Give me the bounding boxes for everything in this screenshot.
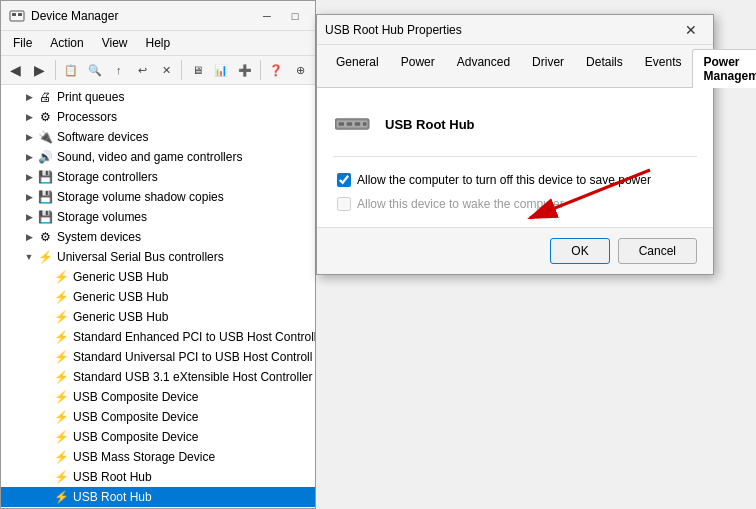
tree-item-print[interactable]: ▶ 🖨 Print queues xyxy=(1,87,315,107)
dm-titlebar: Device Manager ─ □ xyxy=(1,1,315,31)
storagectl-icon: 💾 xyxy=(37,169,53,185)
tree-item-usb9[interactable]: ▶ ⚡ USB Composite Device xyxy=(1,427,315,447)
tab-details[interactable]: Details xyxy=(575,49,634,88)
allow-wake-checkbox[interactable] xyxy=(337,197,351,211)
tree-item-usb5[interactable]: ▶ ⚡ Standard Universal PCI to USB Host C… xyxy=(1,347,315,367)
usb7-icon: ⚡ xyxy=(53,389,69,405)
expander-proc: ▶ xyxy=(21,109,37,125)
label-usb2: Generic USB Hub xyxy=(73,290,168,304)
expander-storagectl: ▶ xyxy=(21,169,37,185)
dm-menubar: File Action View Help xyxy=(1,31,315,56)
dm-maximize-button[interactable]: □ xyxy=(283,7,307,25)
sysdev-icon: ⚙ xyxy=(37,229,53,245)
print-icon: 🖨 xyxy=(37,89,53,105)
toolbar-scan[interactable]: 🔍 xyxy=(84,59,106,81)
dm-minimize-button[interactable]: ─ xyxy=(255,7,279,25)
tree-item-usb10[interactable]: ▶ ⚡ USB Mass Storage Device xyxy=(1,447,315,467)
usbctl-icon: ⚡ xyxy=(37,249,53,265)
allow-off-row: Allow the computer to turn off this devi… xyxy=(337,173,697,187)
tab-power-management[interactable]: Power Management xyxy=(692,49,756,88)
menu-action[interactable]: Action xyxy=(42,33,91,53)
dialog-content: USB Root Hub Allow the computer to turn … xyxy=(317,88,713,227)
dm-tree: ▶ 🖨 Print queues ▶ ⚙ Processors ▶ 🔌 Soft… xyxy=(1,85,315,508)
label-usb3: Generic USB Hub xyxy=(73,310,168,324)
label-shadowcopy: Storage volume shadow copies xyxy=(57,190,224,204)
toolbar-forward[interactable]: ▶ xyxy=(29,59,51,81)
allow-off-checkbox[interactable] xyxy=(337,173,351,187)
tree-item-shadowcopy[interactable]: ▶ 💾 Storage volume shadow copies xyxy=(1,187,315,207)
toolbar-add[interactable]: ➕ xyxy=(234,59,256,81)
tab-events[interactable]: Events xyxy=(634,49,693,88)
label-usb10: USB Mass Storage Device xyxy=(73,450,215,464)
toolbar-resources[interactable]: 📊 xyxy=(210,59,232,81)
tree-item-storagevol[interactable]: ▶ 💾 Storage volumes xyxy=(1,207,315,227)
tab-advanced[interactable]: Advanced xyxy=(446,49,521,88)
dm-title: Device Manager xyxy=(31,9,249,23)
label-storagevol: Storage volumes xyxy=(57,210,147,224)
tree-item-usb8[interactable]: ▶ ⚡ USB Composite Device xyxy=(1,407,315,427)
tab-general[interactable]: General xyxy=(325,49,390,88)
dm-toolbar: ◀ ▶ 📋 🔍 ↑ ↩ ✕ 🖥 📊 ➕ ❓ ⊕ xyxy=(1,56,315,85)
tab-power[interactable]: Power xyxy=(390,49,446,88)
expander-usb6: ▶ xyxy=(37,369,53,385)
label-print: Print queues xyxy=(57,90,124,104)
toolbar-update[interactable]: ↑ xyxy=(108,59,130,81)
svg-rect-1 xyxy=(12,13,16,16)
tree-item-usb12[interactable]: ▶ ⚡ USB Root Hub xyxy=(1,487,315,507)
tree-item-usbctl[interactable]: ▼ ⚡ Universal Serial Bus controllers xyxy=(1,247,315,267)
tree-item-proc[interactable]: ▶ ⚙ Processors xyxy=(1,107,315,127)
tree-item-usb7[interactable]: ▶ ⚡ USB Composite Device xyxy=(1,387,315,407)
storagevol-icon: 💾 xyxy=(37,209,53,225)
usb10-icon: ⚡ xyxy=(53,449,69,465)
toolbar-uninstall[interactable]: ✕ xyxy=(156,59,178,81)
tab-driver[interactable]: Driver xyxy=(521,49,575,88)
tree-item-usb13[interactable]: ▶ ⚡ USB Root Hub (USB 3.0) xyxy=(1,507,315,508)
svg-rect-6 xyxy=(347,122,352,126)
expander-storagevol: ▶ xyxy=(21,209,37,225)
tree-item-sw[interactable]: ▶ 🔌 Software devices xyxy=(1,127,315,147)
tree-item-sysdev[interactable]: ▶ ⚙ System devices xyxy=(1,227,315,247)
proc-icon: ⚙ xyxy=(37,109,53,125)
toolbar-monitor[interactable]: 🖥 xyxy=(186,59,208,81)
usb6-icon: ⚡ xyxy=(53,369,69,385)
usb2-icon: ⚡ xyxy=(53,289,69,305)
ok-button[interactable]: OK xyxy=(550,238,609,264)
usb5-icon: ⚡ xyxy=(53,349,69,365)
tree-item-usb3[interactable]: ▶ ⚡ Generic USB Hub xyxy=(1,307,315,327)
expander-usb9: ▶ xyxy=(37,429,53,445)
expander-usb3: ▶ xyxy=(37,309,53,325)
toolbar-sep1 xyxy=(55,60,56,80)
menu-help[interactable]: Help xyxy=(138,33,179,53)
label-usb7: USB Composite Device xyxy=(73,390,198,404)
dialog-close-button[interactable]: ✕ xyxy=(677,19,705,41)
svg-rect-7 xyxy=(355,122,360,126)
toolbar-extra[interactable]: ⊕ xyxy=(289,59,311,81)
expander-usbctl: ▼ xyxy=(21,249,37,265)
label-storagectl: Storage controllers xyxy=(57,170,158,184)
expander-usb10: ▶ xyxy=(37,449,53,465)
toolbar-rollback[interactable]: ↩ xyxy=(132,59,154,81)
toolbar-properties[interactable]: 📋 xyxy=(60,59,82,81)
expander-usb2: ▶ xyxy=(37,289,53,305)
tree-item-usb6[interactable]: ▶ ⚡ Standard USB 3.1 eXtensible Host Con… xyxy=(1,367,315,387)
tree-item-usb11[interactable]: ▶ ⚡ USB Root Hub xyxy=(1,467,315,487)
cancel-button[interactable]: Cancel xyxy=(618,238,697,264)
sound-icon: 🔊 xyxy=(37,149,53,165)
tree-item-sound[interactable]: ▶ 🔊 Sound, video and game controllers xyxy=(1,147,315,167)
sw-icon: 🔌 xyxy=(37,129,53,145)
menu-file[interactable]: File xyxy=(5,33,40,53)
expander-print: ▶ xyxy=(21,89,37,105)
expander-sound: ▶ xyxy=(21,149,37,165)
tree-item-usb1[interactable]: ▶ ⚡ Generic USB Hub xyxy=(1,267,315,287)
tree-item-usb4[interactable]: ▶ ⚡ Standard Enhanced PCI to USB Host Co… xyxy=(1,327,315,347)
toolbar-back[interactable]: ◀ xyxy=(5,59,27,81)
expander-sysdev: ▶ xyxy=(21,229,37,245)
tree-item-usb2[interactable]: ▶ ⚡ Generic USB Hub xyxy=(1,287,315,307)
label-usb6: Standard USB 3.1 eXtensible Host Control… xyxy=(73,370,312,384)
tree-item-storagectl[interactable]: ▶ 💾 Storage controllers xyxy=(1,167,315,187)
expander-usb1: ▶ xyxy=(37,269,53,285)
label-usb8: USB Composite Device xyxy=(73,410,198,424)
toolbar-help2[interactable]: ❓ xyxy=(265,59,287,81)
svg-rect-0 xyxy=(10,11,24,21)
menu-view[interactable]: View xyxy=(94,33,136,53)
